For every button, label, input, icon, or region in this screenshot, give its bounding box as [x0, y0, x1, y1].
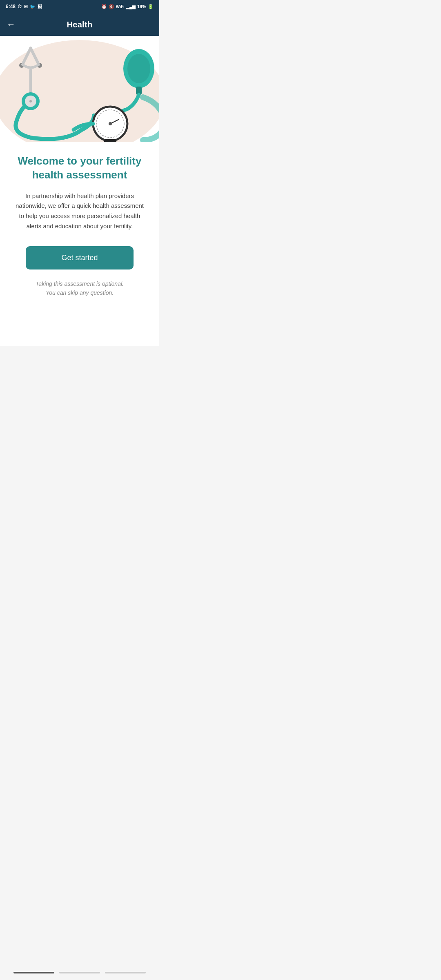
svg-point-14 — [109, 122, 112, 125]
alarm-status-icon: ⏰ — [101, 4, 107, 9]
page-title: Health — [67, 20, 93, 29]
svg-rect-15 — [104, 139, 116, 142]
optional-notice: Taking this assessment is optional. You … — [12, 279, 147, 298]
svg-point-6 — [29, 100, 32, 102]
mute-icon: 🔇 — [109, 4, 114, 9]
back-button[interactable]: ← — [7, 19, 16, 30]
status-left: 6:48 ⏱ M 🐦 🖼 — [6, 4, 42, 9]
svg-point-8 — [127, 54, 150, 83]
svg-line-0 — [22, 48, 31, 65]
alarm-icon: ⏱ — [18, 4, 22, 9]
back-arrow-icon: ← — [7, 19, 16, 30]
svg-line-1 — [31, 48, 39, 65]
main-content: Welcome to your fertility health assessm… — [0, 142, 159, 346]
welcome-title: Welcome to your fertility health assessm… — [12, 154, 147, 182]
status-bar: 6:48 ⏱ M 🐦 🖼 ⏰ 🔇 WiFi ▂▄▆ 19% 🔋 — [0, 0, 159, 13]
optional-line-1: Taking this assessment is optional. — [36, 281, 124, 287]
battery-icon: 🔋 — [148, 4, 154, 9]
medical-illustration-svg — [0, 36, 159, 142]
image-icon: 🖼 — [38, 4, 42, 9]
welcome-description: In partnership with health plan provider… — [12, 191, 147, 232]
hero-illustration — [0, 36, 159, 142]
time: 6:48 — [6, 4, 16, 9]
wifi-icon: WiFi — [116, 4, 125, 9]
get-started-button[interactable]: Get started — [26, 246, 134, 270]
mail-icon: M — [24, 4, 28, 9]
app-header: ← Health — [0, 13, 159, 36]
battery-level: 19% — [137, 4, 146, 9]
signal-icon: ▂▄▆ — [126, 4, 136, 9]
optional-line-2: You can skip any question. — [46, 290, 114, 296]
status-right: ⏰ 🔇 WiFi ▂▄▆ 19% 🔋 — [101, 4, 154, 9]
twitter-icon: 🐦 — [30, 4, 36, 9]
